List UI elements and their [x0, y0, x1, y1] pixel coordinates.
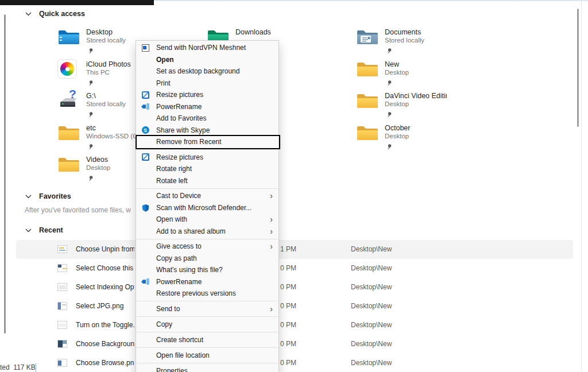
recent-file-row[interactable]: Choose Background.pn 0 PM Desktop\New: [16, 335, 573, 354]
menu-item-label: Set as desktop background: [156, 67, 239, 75]
chevron-down-icon[interactable]: [25, 227, 32, 234]
menu-separator: [137, 363, 278, 363]
menu-item-cast-to-device[interactable]: Cast to Device ›: [136, 190, 278, 202]
menu-item-rotate-left[interactable]: Rotate left: [136, 175, 278, 187]
file-name: Choose Background.pn: [76, 340, 134, 348]
quick-access-item-october[interactable]: October Desktop: [356, 123, 448, 153]
menu-item-label: Print: [156, 79, 171, 87]
menu-item-remove-from-recent[interactable]: Remove from Recent: [136, 136, 278, 148]
skype-icon: S: [141, 126, 150, 135]
recent-file-row[interactable]: Choose Browse.png 0 PM Desktop\New: [16, 354, 573, 372]
menu-item-label: PowerRename: [156, 278, 202, 286]
pin-icon: [386, 46, 392, 56]
file-thumbnail: [57, 359, 67, 367]
pin-icon: [87, 110, 94, 120]
defender-shield-icon: [141, 203, 150, 212]
recent-file-row[interactable]: Select Choose this Fold 0 PM Desktop\New: [16, 259, 573, 278]
item-name: iCloud Photos: [86, 60, 131, 68]
menu-item-rotate-right[interactable]: Rotate right: [136, 163, 278, 175]
file-thumbnail: [57, 245, 67, 253]
recent-file-row[interactable]: Turn on the Toggle.png 0 PM Desktop\New: [16, 316, 573, 335]
nordvpn-icon: [141, 43, 150, 52]
item-name: DaVinci Video Editing: [385, 92, 447, 100]
menu-item-send-with-nordvpn-meshnet[interactable]: Send with NordVPN Meshnet: [136, 42, 278, 54]
file-path: Desktop\New: [351, 321, 392, 329]
menu-item-label: Give access to: [156, 242, 202, 250]
menu-item-resize-pictures[interactable]: Resize pictures: [136, 89, 278, 101]
file-time: 0 PM: [280, 321, 296, 329]
item-name: Downloads: [235, 28, 271, 36]
pin-icon: [386, 78, 392, 88]
recent-file-row[interactable]: Choose Unpin from Qu 1 PM Desktop\New: [16, 240, 573, 259]
file-time: 0 PM: [280, 302, 296, 310]
menu-item-add-to-favorites[interactable]: Add to Favorites: [136, 113, 278, 125]
file-path: Desktop\New: [351, 264, 392, 272]
folder-yellow-icon: [57, 154, 80, 175]
powerrename-icon: [141, 102, 150, 111]
menu-item-powerrename[interactable]: PowerRename: [136, 101, 278, 113]
menu-item-create-shortcut[interactable]: Create shortcut: [136, 334, 278, 346]
menu-item-powerrename-2[interactable]: PowerRename: [136, 276, 278, 288]
file-time: 1 PM: [280, 245, 296, 253]
status-bar-separator: [36, 363, 36, 372]
section-title: Quick access: [39, 10, 85, 18]
pin-icon: [87, 78, 94, 88]
right-scrollbar[interactable]: [577, 9, 579, 127]
quick-access-item-documents[interactable]: Documents Stored locally: [356, 27, 448, 57]
recent-file-row[interactable]: Select Indexing Option 0 PM Desktop\New: [16, 278, 573, 297]
item-location: This PC: [86, 69, 110, 76]
menu-item-open[interactable]: Open: [136, 54, 278, 66]
menu-item-label: Share with Skype: [156, 126, 210, 134]
menu-item-add-to-a-shared-album[interactable]: Add to a shared album ›: [136, 226, 278, 238]
submenu-arrow-icon: ›: [270, 305, 273, 313]
item-location: Desktop: [385, 69, 409, 76]
menu-item-whats-using-this-file[interactable]: What's using this file?: [136, 264, 278, 276]
menu-item-label: Resize pictures: [156, 153, 203, 161]
item-name: Desktop: [86, 28, 113, 36]
section-recent[interactable]: Recent: [25, 226, 63, 234]
left-scrollbar[interactable]: [4, 14, 6, 334]
item-name: etc: [86, 124, 96, 132]
quick-access-item-davinci[interactable]: DaVinci Video Editing Desktop: [356, 91, 448, 121]
menu-item-set-as-desktop-background[interactable]: Set as desktop background: [136, 65, 278, 78]
file-time: 0 PM: [280, 264, 296, 272]
file-thumbnail: [57, 283, 67, 291]
menu-item-open-file-location[interactable]: Open file location: [136, 350, 278, 362]
file-thumbnail: [57, 340, 67, 348]
menu-item-share-with-skype[interactable]: S Share with Skype: [136, 125, 278, 137]
menu-item-resize-pictures-2[interactable]: Resize pictures: [136, 152, 278, 164]
status-bar-text: ted 117 KB: [0, 363, 36, 371]
file-time: 0 PM: [280, 340, 296, 348]
menu-separator: [137, 316, 278, 317]
menu-item-print[interactable]: Print: [136, 78, 278, 90]
menu-item-copy[interactable]: Copy: [136, 319, 278, 331]
menu-item-label: Send to: [156, 305, 180, 313]
window-right-border: [581, 0, 582, 372]
menu-item-give-access-to[interactable]: Give access to ›: [136, 241, 278, 253]
menu-item-send-to[interactable]: Send to ›: [136, 303, 278, 315]
section-title: Favorites: [39, 192, 71, 200]
chevron-down-icon[interactable]: [25, 193, 32, 200]
menu-item-properties[interactable]: Properties: [136, 365, 278, 372]
section-quick-access[interactable]: Quick access: [25, 10, 85, 18]
menu-item-scan-with-microsoft-defender[interactable]: Scan with Microsoft Defender...: [136, 202, 278, 214]
quick-access-item-new[interactable]: New Desktop: [356, 59, 448, 89]
powerrename-icon: [141, 277, 150, 286]
menu-item-open-with[interactable]: Open with ›: [136, 214, 278, 226]
chevron-down-icon[interactable]: [25, 10, 32, 17]
menu-item-label: Add to a shared album: [156, 227, 226, 235]
file-explorer-window: Quick access Desktop Stored locally iClo…: [0, 0, 588, 372]
pin-icon: [87, 142, 94, 152]
menu-separator: [137, 188, 278, 189]
menu-item-restore-previous-versions[interactable]: Restore previous versions: [136, 288, 278, 300]
menu-separator: [137, 332, 278, 332]
menu-item-label: Open with: [156, 215, 187, 223]
folder-documents-icon: [356, 27, 379, 48]
file-path: Desktop\New: [351, 302, 392, 310]
menu-separator: [137, 301, 278, 301]
recent-file-row[interactable]: Select JPG.png 0 PM Desktop\New: [16, 297, 573, 316]
item-location: Stored locally: [385, 37, 424, 44]
file-name: Select Indexing Option: [76, 283, 134, 291]
section-favorites[interactable]: Favorites: [25, 192, 71, 200]
menu-item-copy-as-path[interactable]: Copy as path: [136, 253, 278, 265]
